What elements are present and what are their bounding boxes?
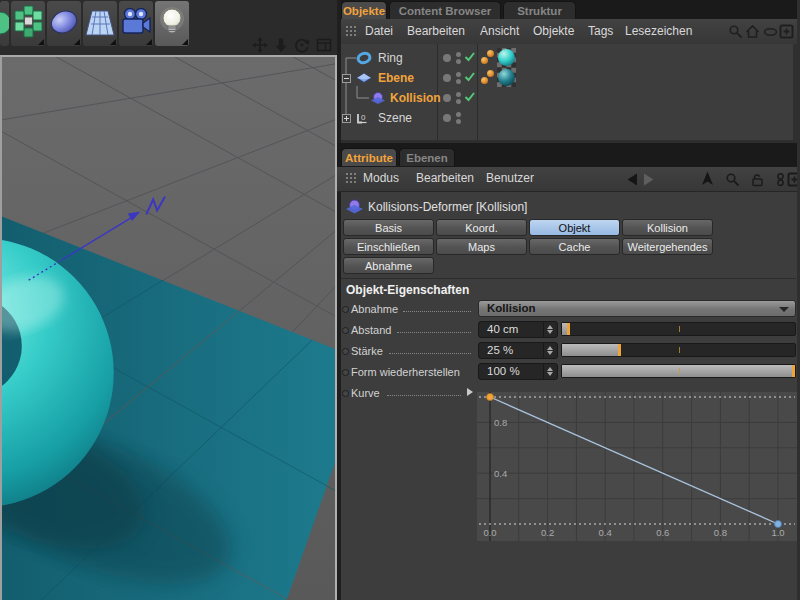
- keyframe-dot[interactable]: [342, 369, 349, 376]
- tab-objekte[interactable]: Objekte: [341, 1, 387, 19]
- viewport-3d[interactable]: [0, 55, 337, 600]
- tab-content-browser[interactable]: Content Browser: [389, 1, 501, 19]
- expand-arrow-icon[interactable]: [467, 388, 473, 396]
- camera-object-button[interactable]: [119, 1, 153, 46]
- tree-label-kollision[interactable]: Kollision: [390, 91, 441, 105]
- staerke-stepper[interactable]: [543, 343, 557, 358]
- render-visibility-dot[interactable]: [456, 99, 461, 104]
- section-maps[interactable]: Maps: [436, 238, 527, 255]
- phong-tag-icon[interactable]: [481, 57, 488, 64]
- section-cache[interactable]: Cache: [529, 238, 620, 255]
- light-object-button[interactable]: [155, 1, 189, 46]
- enabled-check-icon[interactable]: [463, 70, 476, 83]
- render-visibility-dot[interactable]: [456, 59, 461, 64]
- menu-tags[interactable]: Tags: [588, 24, 613, 38]
- abstand-input[interactable]: 40 cm: [478, 321, 558, 338]
- collision-deformer-icon[interactable]: [370, 90, 386, 106]
- tree-label-ring[interactable]: Ring: [378, 51, 403, 65]
- render-visibility-dot[interactable]: [456, 79, 461, 84]
- form-slider[interactable]: [561, 364, 796, 378]
- enable-dot[interactable]: [443, 54, 451, 62]
- phong-tag-icon[interactable]: [487, 50, 494, 57]
- plane-object-icon[interactable]: [356, 70, 372, 86]
- material-thumbnail-ring[interactable]: [497, 48, 516, 67]
- menu-benutzer[interactable]: Benutzer: [486, 171, 534, 185]
- pan-icon[interactable]: [252, 37, 268, 53]
- add-panel-icon[interactable]: [779, 24, 794, 39]
- section-einschliessen[interactable]: Einschließen: [343, 238, 434, 255]
- floor-object-button[interactable]: [83, 1, 117, 46]
- section-weitergehendes[interactable]: Weitergehendes: [622, 238, 713, 255]
- menu-modus[interactable]: Modus: [363, 171, 399, 185]
- deformer-title: Kollisions-Deformer [Kollision]: [368, 200, 527, 214]
- menu-objekte[interactable]: Objekte: [533, 24, 574, 38]
- search-icon[interactable]: [725, 172, 740, 187]
- section-objekt[interactable]: Objekt: [529, 219, 620, 236]
- abstand-stepper[interactable]: [543, 322, 557, 337]
- enable-dot[interactable]: [443, 94, 451, 102]
- tree-label-szene[interactable]: Szene: [378, 111, 412, 125]
- back-icon[interactable]: [625, 172, 640, 187]
- tab-ebenen[interactable]: Ebenen: [399, 148, 455, 166]
- form-input[interactable]: 100 %: [478, 363, 558, 380]
- render-visibility-dot[interactable]: [456, 119, 461, 124]
- collapse-box[interactable]: [342, 74, 351, 83]
- section-abnahme[interactable]: Abnahme: [343, 257, 434, 274]
- section-koord[interactable]: Koord.: [436, 219, 527, 236]
- keyframe-dot[interactable]: [342, 390, 349, 397]
- section-kollision[interactable]: Kollision: [622, 219, 713, 236]
- forward-icon[interactable]: [641, 172, 656, 187]
- lock-open-icon[interactable]: [750, 172, 765, 187]
- keyframe-dot[interactable]: [342, 348, 349, 355]
- abnahme-dropdown[interactable]: Kollision: [478, 300, 796, 317]
- editor-visibility-dot[interactable]: [456, 112, 461, 117]
- falloff-curve-graph[interactable]: 0.8 0.4 0.0 0.2 0.4 0.6 0.8 1.0: [477, 392, 797, 541]
- menu-datei[interactable]: Datei: [365, 24, 393, 38]
- link-icon[interactable]: [773, 172, 788, 187]
- up-arrow-icon[interactable]: [700, 171, 715, 186]
- tab-attribute[interactable]: Attribute: [341, 148, 397, 166]
- tab-struktur[interactable]: Struktur: [503, 1, 576, 19]
- expand-box[interactable]: [342, 114, 351, 123]
- menu-bearbeiten[interactable]: Bearbeiten: [407, 24, 465, 38]
- menu-grip[interactable]: [345, 25, 358, 38]
- tree-row-ring[interactable]: Ring: [341, 48, 797, 68]
- curve-start-point[interactable]: [487, 394, 494, 401]
- menu-lesezeichen[interactable]: Lesezeichen: [625, 24, 692, 38]
- layout-toggle-icon[interactable]: [316, 37, 332, 53]
- phong-tag-icon[interactable]: [481, 77, 488, 84]
- metaball-object-button[interactable]: [47, 1, 81, 46]
- array-object-button[interactable]: [11, 1, 45, 46]
- enable-dot[interactable]: [443, 74, 451, 82]
- editor-visibility-dot[interactable]: [456, 72, 461, 77]
- staerke-input[interactable]: 25 %: [478, 342, 558, 359]
- clipped-tool-button[interactable]: [0, 1, 9, 46]
- ring-object-icon[interactable]: [356, 50, 372, 66]
- menu-ansicht[interactable]: Ansicht: [480, 24, 519, 38]
- menu-bearbeiten[interactable]: Bearbeiten: [416, 171, 474, 185]
- enabled-check-icon[interactable]: [463, 90, 476, 103]
- editor-visibility-dot[interactable]: [456, 92, 461, 97]
- form-stepper[interactable]: [543, 364, 557, 379]
- rotate-icon[interactable]: [294, 37, 310, 53]
- keyframe-dot[interactable]: [342, 306, 349, 313]
- search-icon[interactable]: [728, 24, 743, 39]
- null-object-icon[interactable]: 0: [354, 110, 370, 126]
- editor-visibility-dot[interactable]: [456, 52, 461, 57]
- enable-dot[interactable]: [443, 114, 451, 122]
- phong-tag-icon[interactable]: [487, 70, 494, 77]
- menu-grip[interactable]: [345, 172, 358, 185]
- section-basis[interactable]: Basis: [343, 219, 434, 236]
- tree-label-ebene[interactable]: Ebene: [378, 71, 414, 85]
- staerke-slider[interactable]: [561, 343, 796, 357]
- home-icon[interactable]: [745, 24, 760, 39]
- tree-row-szene[interactable]: 0 Szene: [341, 108, 797, 128]
- abstand-slider[interactable]: [561, 322, 796, 336]
- dolly-icon[interactable]: [273, 37, 289, 53]
- tree-row-ebene[interactable]: Ebene: [341, 68, 797, 88]
- enabled-check-icon[interactable]: [463, 50, 476, 63]
- tree-row-kollision[interactable]: Kollision: [341, 88, 797, 108]
- layer-icon[interactable]: [763, 24, 778, 39]
- material-thumbnail-ebene[interactable]: [497, 68, 516, 87]
- keyframe-dot[interactable]: [342, 327, 349, 334]
